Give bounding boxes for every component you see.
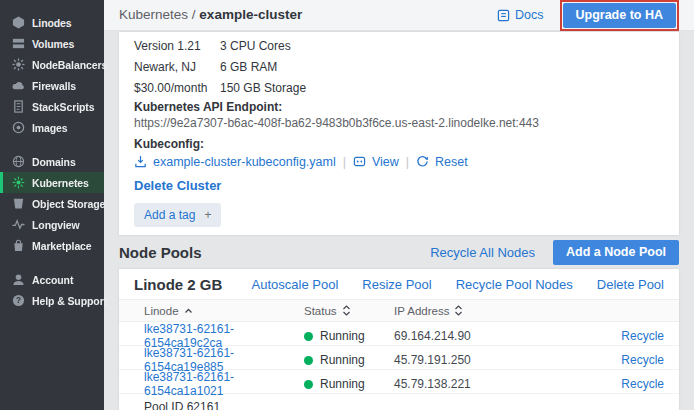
- sidebar-item-object-storage[interactable]: Object Storage: [0, 193, 104, 214]
- column-header-ip-address[interactable]: IP Address: [394, 305, 544, 317]
- column-label: IP Address: [394, 305, 449, 317]
- status-cell: Running: [304, 329, 394, 343]
- cluster-details: Version 1.21 3 CPU Cores Newark, NJ 6 GB…: [134, 40, 404, 94]
- sidebar-item-marketplace[interactable]: Marketplace: [0, 235, 104, 256]
- sidebar-item-firewalls[interactable]: Firewalls: [0, 75, 104, 96]
- sidebar-item-label: Object Storage: [32, 198, 105, 210]
- view-kubeconfig-link[interactable]: View: [372, 156, 399, 169]
- sidebar-item-label: Account: [32, 274, 73, 286]
- node-link[interactable]: lke38731-62161-6154ca1a1021: [119, 370, 304, 398]
- column-header-linode[interactable]: Linode: [119, 305, 304, 317]
- sidebar: Linodes Volumes NodeBalancers Firewalls …: [0, 0, 104, 410]
- table-header-row: Linode Status IP Address: [119, 299, 679, 322]
- pool-name: Linode 2 GB: [134, 277, 222, 292]
- sidebar-divider: [0, 256, 104, 269]
- recycle-node-link[interactable]: Recycle: [621, 377, 664, 391]
- cluster-price: $30.00/month: [134, 82, 220, 94]
- recycle-node-link[interactable]: Recycle: [621, 329, 664, 343]
- sidebar-item-label: Longview: [32, 219, 80, 231]
- sidebar-item-domains[interactable]: Domains: [0, 151, 104, 172]
- status-label: Running: [320, 329, 365, 343]
- sidebar-item-kubernetes[interactable]: Kubernetes: [0, 172, 104, 193]
- sidebar-item-label: Firewalls: [32, 80, 76, 92]
- download-icon: [134, 155, 148, 169]
- cluster-region: Newark, NJ: [134, 61, 220, 73]
- images-icon: [11, 121, 25, 135]
- pool-header: Linode 2 GB Autoscale Pool Resize Pool R…: [119, 269, 679, 299]
- sidebar-item-label: Domains: [32, 156, 76, 168]
- breadcrumb: Kubernetes / example-cluster: [119, 8, 302, 22]
- status-running-dot: [304, 332, 313, 341]
- recycle-all-nodes-link[interactable]: Recycle All Nodes: [430, 246, 535, 259]
- resize-pool-link[interactable]: Resize Pool: [362, 278, 431, 291]
- sidebar-item-linodes[interactable]: Linodes: [0, 12, 104, 33]
- annotation-highlight-box: Upgrade to HA: [560, 0, 680, 31]
- status-cell: Running: [304, 377, 394, 391]
- node-pools-bar: Node Pools Recycle All Nodes Add a Node …: [119, 235, 679, 269]
- sidebar-item-longview[interactable]: Longview: [0, 214, 104, 235]
- reset-kubeconfig-link[interactable]: Reset: [435, 156, 468, 169]
- sidebar-item-account[interactable]: Account: [0, 269, 104, 290]
- column-label: Status: [304, 305, 337, 317]
- cluster-ram: 6 GB RAM: [220, 61, 404, 73]
- tags-row: Add a tag +: [134, 203, 664, 227]
- cluster-cpu: 3 CPU Cores: [220, 40, 404, 52]
- api-endpoint-value: https://9e2a7307-b6ac-408f-ba62-9483b0b3…: [134, 117, 664, 129]
- sidebar-item-label: Volumes: [32, 38, 74, 50]
- table-row: lke38731-62161-6154ca1a1021 Running 45.7…: [119, 370, 679, 394]
- add-tag-button[interactable]: Add a tag +: [134, 203, 221, 227]
- ip-address: 69.164.214.90: [394, 329, 544, 343]
- row-actions: Recycle: [544, 377, 679, 391]
- kubeconfig-file-link[interactable]: example-cluster-kubeconfig.yaml: [153, 156, 336, 169]
- breadcrumb-section[interactable]: Kubernetes: [119, 7, 188, 22]
- sidebar-item-volumes[interactable]: Volumes: [0, 33, 104, 54]
- stackscripts-icon: [11, 100, 25, 114]
- ip-address: 45.79.138.221: [394, 377, 544, 391]
- docs-icon: [497, 9, 510, 22]
- node-pools-title: Node Pools: [119, 244, 202, 261]
- firewall-icon: [11, 79, 25, 93]
- cluster-storage: 150 GB Storage: [220, 82, 404, 94]
- sidebar-item-nodebalancers[interactable]: NodeBalancers: [0, 54, 104, 75]
- delete-cluster-link[interactable]: Delete Cluster: [134, 179, 221, 192]
- upgrade-to-ha-button[interactable]: Upgrade to HA: [563, 3, 677, 28]
- reset-icon: [416, 155, 430, 169]
- sidebar-divider: [0, 138, 104, 151]
- autoscale-pool-link[interactable]: Autoscale Pool: [252, 278, 339, 291]
- sidebar-item-label: Linodes: [32, 17, 72, 29]
- delete-pool-link[interactable]: Delete Pool: [597, 278, 664, 291]
- sidebar-item-label: Marketplace: [32, 240, 92, 252]
- table-row: lke38731-62161-6154ca19c2ca Running 69.1…: [119, 322, 679, 346]
- status-running-dot: [304, 356, 313, 365]
- add-node-pool-button[interactable]: Add a Node Pool: [553, 240, 679, 265]
- main-area: Kubernetes / example-cluster Docs Upgrad…: [104, 0, 694, 410]
- marketplace-icon: [11, 239, 25, 253]
- help-icon: ?: [11, 294, 25, 308]
- svg-text:?: ?: [15, 295, 20, 305]
- sort-both-icon: [454, 305, 463, 316]
- nodebalancer-icon: [11, 58, 25, 72]
- account-icon: [11, 273, 25, 287]
- topbar: Kubernetes / example-cluster Docs Upgrad…: [104, 0, 694, 31]
- status-running-dot: [304, 380, 313, 389]
- sidebar-item-images[interactable]: Images: [0, 117, 104, 138]
- recycle-node-link[interactable]: Recycle: [621, 353, 664, 367]
- sidebar-item-help-support[interactable]: ? Help & Support: [0, 290, 104, 311]
- docs-link[interactable]: Docs: [497, 8, 543, 22]
- column-label: Linode: [144, 305, 179, 317]
- plus-icon: +: [204, 209, 211, 221]
- row-actions: Recycle: [544, 329, 679, 343]
- sidebar-item-label: Kubernetes: [32, 177, 89, 189]
- object-storage-icon: [11, 197, 25, 211]
- separator: |: [343, 156, 346, 169]
- column-header-status[interactable]: Status: [304, 305, 394, 317]
- sidebar-item-label: NodeBalancers: [32, 59, 107, 71]
- volumes-icon: [11, 37, 25, 51]
- cluster-summary-card: Version 1.21 3 CPU Cores Newark, NJ 6 GB…: [119, 32, 679, 235]
- sidebar-item-stackscripts[interactable]: StackScripts: [0, 96, 104, 117]
- ip-address: 45.79.191.250: [394, 353, 544, 367]
- status-label: Running: [320, 353, 365, 367]
- topbar-actions: Docs Upgrade to HA: [497, 0, 679, 31]
- row-actions: Recycle: [544, 353, 679, 367]
- recycle-pool-nodes-link[interactable]: Recycle Pool Nodes: [456, 278, 573, 291]
